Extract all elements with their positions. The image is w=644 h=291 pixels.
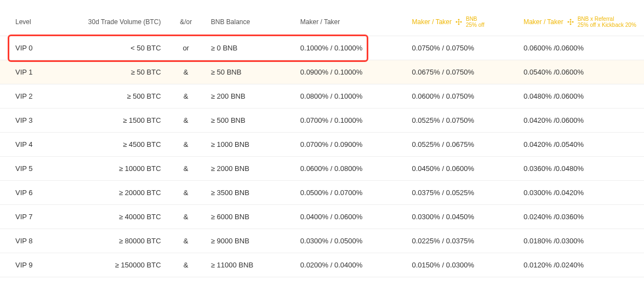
- cell-andor: &: [167, 60, 206, 84]
- header-volume: 30d Trade Volume (BTC): [71, 8, 166, 36]
- cell-level: VIP 7: [0, 205, 71, 229]
- cell-level: VIP 4: [0, 133, 71, 157]
- cell-maker-taker-referral: 0.0240% /0.0360%: [518, 205, 644, 229]
- cell-andor: or: [167, 36, 206, 60]
- cell-maker-taker-referral: 0.0300% /0.0420%: [518, 181, 644, 205]
- cell-maker-taker-bnb: 0.0525% / 0.0675%: [407, 133, 518, 157]
- cell-maker-taker-bnb: 0.0300% / 0.0450%: [407, 205, 518, 229]
- cell-volume: ≥ 1500 BTC: [71, 109, 166, 133]
- cell-maker-taker-referral: 0.0360% /0.0480%: [518, 157, 644, 181]
- cell-maker-taker-bnb: 0.0375% / 0.0525%: [407, 181, 518, 205]
- cell-maker-taker: 0.0600% / 0.0800%: [295, 157, 407, 181]
- cell-andor: &: [167, 84, 206, 109]
- cell-maker-taker-referral: 0.0420% /0.0540%: [518, 133, 644, 157]
- cell-volume: ≥ 4500 BTC: [71, 133, 166, 157]
- cell-maker-taker: 0.0200% / 0.0400%: [295, 253, 407, 277]
- header-maker-taker: Maker / Taker: [295, 8, 407, 36]
- cell-bnb: ≥ 200 BNB: [206, 84, 295, 109]
- cell-maker-taker: 0.0700% / 0.0900%: [295, 133, 407, 157]
- cell-maker-taker-referral: 0.0180% /0.0300%: [518, 229, 644, 253]
- cell-maker-taker-referral: 0.0420% /0.0600%: [518, 109, 644, 133]
- cell-andor: &: [167, 229, 206, 253]
- cell-volume: < 50 BTC: [71, 36, 166, 60]
- cell-bnb: ≥ 2000 BNB: [206, 157, 295, 181]
- cell-maker-taker: 0.0500% / 0.0700%: [295, 181, 407, 205]
- fee-table-container: Level 30d Trade Volume (BTC) &/or BNB Ba…: [0, 8, 644, 277]
- table-row: VIP 4≥ 4500 BTC&≥ 1000 BNB0.0700% / 0.09…: [0, 133, 644, 157]
- cell-maker-taker-bnb: 0.0450% / 0.0600%: [407, 157, 518, 181]
- cell-bnb: ≥ 50 BNB: [206, 60, 295, 84]
- cell-level: VIP 1: [0, 60, 71, 84]
- cell-maker-taker: 0.0400% / 0.0600%: [295, 205, 407, 229]
- cell-level: VIP 2: [0, 84, 71, 109]
- table-row: VIP 7≥ 40000 BTC&≥ 6000 BNB0.0400% / 0.0…: [0, 205, 644, 229]
- cell-maker-taker: 0.0300% / 0.0500%: [295, 229, 407, 253]
- cell-bnb: ≥ 6000 BNB: [206, 205, 295, 229]
- header-mt3-sub2: 25% off x Kickback 20%: [578, 22, 636, 28]
- table-row: VIP 1≥ 50 BTC&≥ 50 BNB0.0900% / 0.1000%0…: [0, 60, 644, 84]
- cell-maker-taker-referral: 0.0540% /0.0600%: [518, 60, 644, 84]
- cell-andor: &: [167, 133, 206, 157]
- table-row: VIP 2≥ 500 BTC&≥ 200 BNB0.0800% / 0.1000…: [0, 84, 644, 109]
- table-row: VIP 0< 50 BTCor≥ 0 BNB0.1000% / 0.1000%0…: [0, 36, 644, 60]
- table-row: VIP 3≥ 1500 BTC&≥ 500 BNB0.0700% / 0.100…: [0, 109, 644, 133]
- cell-volume: ≥ 500 BTC: [71, 84, 166, 109]
- table-row: VIP 6≥ 20000 BTC&≥ 3500 BNB0.0500% / 0.0…: [0, 181, 644, 205]
- cell-level: VIP 6: [0, 181, 71, 205]
- cell-level: VIP 8: [0, 229, 71, 253]
- cell-maker-taker: 0.0700% / 0.1000%: [295, 109, 407, 133]
- cell-maker-taker-bnb: 0.0750% / 0.0750%: [407, 36, 518, 60]
- header-mt2-sub2: 25% off: [466, 22, 485, 28]
- cell-maker-taker-bnb: 0.0675% / 0.0750%: [407, 60, 518, 84]
- cell-volume: ≥ 150000 BTC: [71, 253, 166, 277]
- cell-volume: ≥ 20000 BTC: [71, 181, 166, 205]
- table-row: VIP 5≥ 10000 BTC&≥ 2000 BNB0.0600% / 0.0…: [0, 157, 644, 181]
- cell-maker-taker: 0.1000% / 0.1000%: [295, 36, 407, 60]
- cell-maker-taker-referral: 0.0480% /0.0600%: [518, 84, 644, 109]
- cell-level: VIP 3: [0, 109, 71, 133]
- header-bnb-balance: BNB Balance: [206, 8, 295, 36]
- cell-volume: ≥ 80000 BTC: [71, 229, 166, 253]
- header-row: Level 30d Trade Volume (BTC) &/or BNB Ba…: [0, 8, 644, 36]
- cell-bnb: ≥ 500 BNB: [206, 109, 295, 133]
- cell-maker-taker-bnb: 0.0600% / 0.0750%: [407, 84, 518, 109]
- cell-maker-taker-bnb: 0.0525% / 0.0750%: [407, 109, 518, 133]
- cell-andor: &: [167, 205, 206, 229]
- table-row: VIP 8≥ 80000 BTC&≥ 9000 BNB0.0300% / 0.0…: [0, 229, 644, 253]
- cell-maker-taker: 0.0800% / 0.1000%: [295, 84, 407, 109]
- table-row: VIP 9≥ 150000 BTC&≥ 11000 BNB0.0200% / 0…: [0, 253, 644, 277]
- cell-bnb: ≥ 9000 BNB: [206, 229, 295, 253]
- header-level: Level: [0, 8, 71, 36]
- header-mt2-label: Maker / Taker: [412, 18, 452, 26]
- cell-volume: ≥ 40000 BTC: [71, 205, 166, 229]
- header-maker-taker-bnb: Maker / Taker BNB 25% off: [407, 8, 518, 36]
- bnb-icon: [567, 18, 574, 26]
- cell-andor: &: [167, 157, 206, 181]
- bnb-icon: [455, 18, 463, 26]
- cell-andor: &: [167, 181, 206, 205]
- header-maker-taker-referral: Maker / Taker BNB x Referral 25% off x K…: [518, 8, 644, 36]
- cell-andor: &: [167, 109, 206, 133]
- header-mt3-label: Maker / Taker: [523, 18, 563, 26]
- cell-volume: ≥ 50 BTC: [71, 60, 166, 84]
- cell-volume: ≥ 10000 BTC: [71, 157, 166, 181]
- cell-maker-taker-bnb: 0.0150% / 0.0300%: [407, 253, 518, 277]
- cell-level: VIP 5: [0, 157, 71, 181]
- fee-table: Level 30d Trade Volume (BTC) &/or BNB Ba…: [0, 8, 644, 277]
- cell-level: VIP 0: [0, 36, 71, 60]
- cell-maker-taker: 0.0900% / 0.1000%: [295, 60, 407, 84]
- cell-level: VIP 9: [0, 253, 71, 277]
- cell-bnb: ≥ 11000 BNB: [206, 253, 295, 277]
- header-andor: &/or: [167, 8, 206, 36]
- cell-bnb: ≥ 1000 BNB: [206, 133, 295, 157]
- cell-maker-taker-referral: 0.0120% /0.0240%: [518, 253, 644, 277]
- cell-andor: &: [167, 253, 206, 277]
- header-mt3-sub1: BNB x Referral: [578, 16, 636, 22]
- cell-bnb: ≥ 0 BNB: [206, 36, 295, 60]
- cell-bnb: ≥ 3500 BNB: [206, 181, 295, 205]
- header-mt2-sub1: BNB: [466, 16, 485, 22]
- cell-maker-taker-bnb: 0.0225% / 0.0375%: [407, 229, 518, 253]
- cell-maker-taker-referral: 0.0600% /0.0600%: [518, 36, 644, 60]
